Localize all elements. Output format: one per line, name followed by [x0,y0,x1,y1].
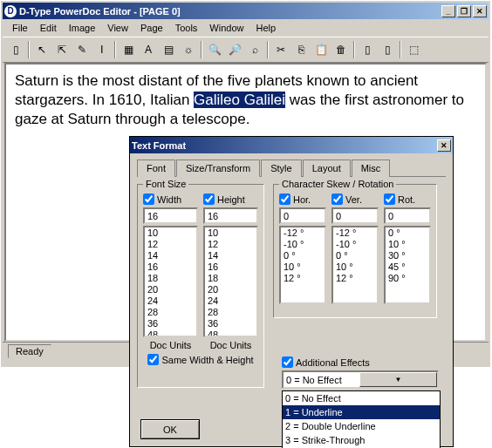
effects-dropdown[interactable]: 0 = No Effect1 = Underline2 = Double Und… [282,390,441,448]
list-item[interactable]: 10 [205,227,256,239]
list-item[interactable]: 45 ° [386,261,429,273]
rot-checkbox[interactable] [384,193,395,205]
hor-input[interactable] [279,207,326,224]
minimize-button[interactable]: _ [441,5,455,17]
list-item[interactable]: 48 [205,329,256,337]
tab-size-transform[interactable]: Size/Transform [176,160,260,177]
menu-window[interactable]: Window [203,21,249,35]
new-doc-icon[interactable]: ▯ [6,40,25,59]
list-item[interactable]: 12 [145,239,196,250]
list-item[interactable]: 30 ° [386,250,429,261]
menu-help[interactable]: Help [249,21,282,35]
list-item[interactable]: 90 ° [386,273,429,284]
width-checkbox[interactable] [143,193,154,205]
dropdown-item[interactable]: 1 = Underline [283,405,440,419]
rot-input[interactable] [384,207,431,224]
list-item[interactable]: -10 ° [333,239,377,250]
page-next-icon[interactable]: ▯ [378,40,397,59]
same-wh-checkbox[interactable] [147,354,159,365]
list-item[interactable]: 18 [205,273,256,284]
zoom-fit-icon[interactable]: ⌕ [245,40,264,59]
trash-icon[interactable]: 🗑 [331,40,351,59]
menu-file[interactable]: File [6,21,34,35]
list-item[interactable]: 16 [205,261,256,273]
list-item[interactable]: 18 [145,273,196,284]
rot-listbox[interactable]: 0 °10 °30 °45 °90 ° [384,226,431,304]
list-item[interactable]: 14 [145,250,196,261]
menu-edit[interactable]: Edit [34,21,63,35]
menu-page[interactable]: Page [134,21,169,35]
list-item[interactable]: 28 [145,307,196,318]
style-icon[interactable]: ⬚ [404,40,423,59]
list-item[interactable]: 10 ° [333,261,377,273]
menu-image[interactable]: Image [63,21,102,35]
list-item[interactable]: 36 [205,318,256,329]
pointer-icon[interactable]: ↖ [32,40,51,59]
menu-view[interactable]: View [101,21,134,35]
font-size-label: Font Size [143,179,188,189]
ver-listbox[interactable]: -12 °-10 °0 °10 °12 ° [331,226,379,304]
list-item[interactable]: 24 [145,295,196,307]
list-item[interactable]: 28 [205,307,256,318]
height-input[interactable] [203,207,258,224]
image-icon[interactable]: ▦ [119,40,138,59]
list-item[interactable]: 12 [205,239,256,250]
close-button[interactable]: ✕ [473,5,487,17]
list-item[interactable]: 36 [145,318,196,329]
hor-checkbox[interactable] [279,193,290,205]
zoom-out-icon[interactable]: 🔎 [225,40,244,59]
list-item[interactable]: 0 ° [281,250,325,261]
dropdown-item[interactable]: 0 = No Effect [283,391,440,405]
height-checkbox[interactable] [203,193,215,205]
list-item[interactable]: 48 [145,329,196,337]
toolbar: ▯ ↖ ⇱ ✎ Ⅰ ▦ A ▤ ☼ 🔍 🔎 ⌕ ✂ ⎘ 📋 🗑 ▯ ▯ ⬚ [3,37,489,63]
list-item[interactable]: 12 ° [281,273,325,284]
nav-icon[interactable]: ⇱ [52,40,72,59]
list-item[interactable]: 12 ° [333,273,377,284]
tab-misc[interactable]: Misc [352,160,391,177]
effects-checkbox[interactable] [282,356,293,368]
list-item[interactable]: 10 ° [281,261,325,273]
hor-listbox[interactable]: -12 °-10 °0 °10 °12 ° [279,226,326,304]
dropdown-item[interactable]: 2 = Double Underline [283,419,440,433]
dropdown-item[interactable]: 3 = Strike-Through [283,433,440,447]
list-item[interactable]: 10 ° [386,239,429,250]
dialog-close-button[interactable]: ✕ [437,139,451,152]
menu-tools[interactable]: Tools [169,21,204,35]
document-text[interactable]: Saturn is the most distant of the five p… [15,71,476,129]
tab-font[interactable]: Font [137,160,175,177]
width-input[interactable] [143,207,198,224]
list-item[interactable]: -12 ° [333,227,377,239]
effects-combo[interactable]: 0 = No Effect ▼ 0 = No Effect1 = Underli… [282,370,439,389]
list-item[interactable]: 0 ° [333,250,377,261]
cut-icon[interactable]: ✂ [271,40,290,59]
paste-icon[interactable]: 📋 [311,40,331,59]
tab-layout[interactable]: Layout [303,160,351,177]
char-icon[interactable]: A [139,40,158,59]
list-item[interactable]: -10 ° [281,239,325,250]
edit-icon[interactable]: ✎ [72,40,92,59]
page-prev-icon[interactable]: ▯ [358,40,377,59]
maximize-button[interactable]: ❐ [457,5,471,17]
text-cursor-icon[interactable]: Ⅰ [92,40,112,59]
zoom-in-icon[interactable]: 🔍 [205,40,224,59]
text-icon[interactable]: ▤ [159,40,178,59]
list-item[interactable]: 0 ° [386,227,429,239]
list-item[interactable]: -12 ° [281,227,325,239]
ok-button[interactable]: OK [140,419,200,439]
width-listbox[interactable]: 10121416182024283648 [143,226,198,337]
list-item[interactable]: 24 [205,295,256,307]
ver-input[interactable] [331,207,379,224]
height-label: Height [217,194,245,205]
ver-checkbox[interactable] [331,193,343,205]
list-item[interactable]: 20 [145,284,196,295]
height-listbox[interactable]: 10121416182024283648 [203,226,258,337]
list-item[interactable]: 20 [205,284,256,295]
sun-icon[interactable]: ☼ [179,40,198,59]
copy-icon[interactable]: ⎘ [291,40,311,59]
tab-style[interactable]: Style [261,160,301,177]
list-item[interactable]: 16 [145,261,196,273]
list-item[interactable]: 14 [205,250,256,261]
list-item[interactable]: 10 [145,227,196,239]
chevron-down-icon[interactable]: ▼ [359,372,437,387]
